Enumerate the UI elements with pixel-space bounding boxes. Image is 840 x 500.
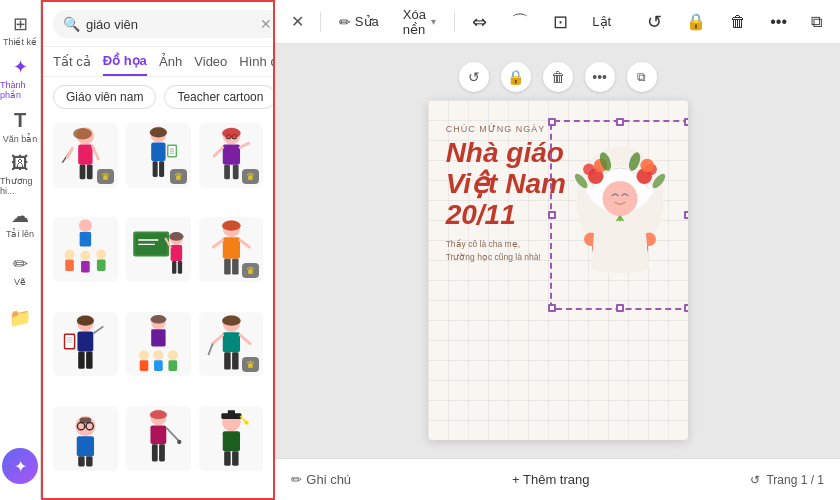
tag-teacher-cartoon[interactable]: Teacher cartoon bbox=[164, 85, 273, 109]
corner-button[interactable]: ⌒ bbox=[505, 6, 535, 38]
grid-item-10[interactable] bbox=[53, 406, 118, 471]
handle-ml[interactable] bbox=[548, 211, 556, 219]
handle-bl[interactable] bbox=[548, 304, 556, 312]
grid-item-4[interactable] bbox=[53, 217, 118, 282]
grid-item-6[interactable]: ♛ bbox=[199, 217, 264, 282]
more-ctrl-button[interactable]: ••• bbox=[585, 62, 615, 92]
sidebar-item-thanh-phan[interactable]: ✦ Thành phần bbox=[0, 56, 40, 100]
grid-item-9[interactable]: ♛ bbox=[199, 312, 264, 377]
search-input[interactable] bbox=[86, 17, 254, 32]
handle-tl[interactable] bbox=[548, 118, 556, 126]
svg-point-52 bbox=[222, 221, 241, 231]
delete-button[interactable]: 🗑 bbox=[724, 9, 752, 35]
sidebar-label-van-ban: Văn bản bbox=[3, 134, 38, 144]
rotate-button[interactable]: ↺ bbox=[641, 7, 668, 37]
chevron-icon: ▾ bbox=[431, 16, 436, 27]
svg-point-100 bbox=[244, 420, 248, 424]
copy-ctrl-button[interactable]: ⧉ bbox=[627, 62, 657, 92]
copy-button[interactable]: ⧉ bbox=[805, 9, 828, 35]
svg-point-72 bbox=[150, 314, 166, 323]
magic-button[interactable]: ✦ bbox=[2, 448, 38, 484]
close-button[interactable]: ✕ bbox=[287, 8, 308, 35]
svg-rect-16 bbox=[159, 161, 164, 177]
selected-image-element[interactable] bbox=[550, 120, 688, 310]
grid-item-3[interactable]: ♛ bbox=[199, 123, 264, 188]
handle-tm[interactable] bbox=[616, 118, 624, 126]
crown-badge-1: ♛ bbox=[97, 169, 114, 184]
sidebar-bottom: ✦ bbox=[2, 448, 38, 484]
svg-rect-35 bbox=[81, 261, 90, 273]
svg-rect-54 bbox=[77, 331, 93, 351]
grid-item-12[interactable] bbox=[199, 406, 264, 471]
grid-item-8[interactable] bbox=[126, 312, 191, 377]
sidebar-item-folder[interactable]: 📁 bbox=[0, 296, 40, 340]
crop-button[interactable]: ⊡ bbox=[547, 7, 574, 37]
ghi-chu-button[interactable]: ✏ Ghi chú bbox=[291, 472, 351, 487]
rotate-ctrl-button[interactable]: ↺ bbox=[459, 62, 489, 92]
sidebar-label-thiet-ke: Thiết kế bbox=[3, 37, 37, 47]
sidebar-item-van-ban[interactable]: T Văn bản bbox=[0, 104, 40, 148]
more-button[interactable]: ••• bbox=[764, 9, 793, 35]
grid-item-2[interactable]: ♛ bbox=[126, 123, 191, 188]
svg-rect-69 bbox=[154, 360, 163, 371]
grid-item-1[interactable]: ♛ bbox=[53, 123, 118, 188]
crown-badge-3: ♛ bbox=[242, 169, 259, 184]
crown-badge-9: ♛ bbox=[242, 357, 259, 372]
edit-button[interactable]: ✏ Sửa bbox=[333, 10, 385, 34]
sidebar-item-tai-len[interactable]: ☁ Tải lên bbox=[0, 200, 40, 244]
svg-rect-43 bbox=[172, 261, 176, 274]
refresh-icon[interactable]: ↺ bbox=[750, 473, 760, 487]
grid-item-11[interactable] bbox=[126, 406, 191, 471]
svg-rect-47 bbox=[222, 237, 239, 259]
search-clear-button[interactable]: ✕ bbox=[260, 16, 272, 32]
add-page-button[interactable]: + Thêm trang bbox=[512, 472, 589, 487]
lat-button[interactable]: Lật bbox=[586, 10, 617, 33]
folder-icon: 📁 bbox=[9, 307, 31, 329]
bottom-toolbar: ✏ Ghi chú + Thêm trang ↺ Trang 1 / 1 bbox=[275, 458, 840, 500]
handle-mr[interactable] bbox=[684, 211, 688, 219]
sidebar-item-ve[interactable]: ✏ Vẽ bbox=[0, 248, 40, 292]
sidebar-label-ve: Vẽ bbox=[14, 277, 26, 287]
sidebar-item-thuong-hieu[interactable]: 🖼 Thương hi... bbox=[0, 152, 40, 196]
svg-rect-86 bbox=[78, 456, 84, 466]
sidebar-label-tai-len: Tải lên bbox=[6, 229, 34, 239]
tab-hinh-dang[interactable]: Hình dạng bbox=[239, 54, 275, 75]
brand-icon: 🖼 bbox=[11, 153, 29, 174]
tab-anh[interactable]: Ảnh bbox=[159, 54, 182, 75]
canvas-controls-top: ↺ 🔒 🗑 ••• ⧉ bbox=[459, 62, 657, 92]
handle-tr[interactable] bbox=[684, 118, 688, 126]
svg-point-63 bbox=[77, 315, 94, 325]
grid-item-5[interactable] bbox=[126, 217, 191, 282]
svg-line-60 bbox=[93, 326, 103, 333]
handle-bm[interactable] bbox=[616, 304, 624, 312]
tab-tat-ca[interactable]: Tất cả bbox=[53, 54, 91, 75]
svg-line-49 bbox=[240, 240, 249, 247]
page-info: ↺ Trang 1 / 1 bbox=[750, 473, 824, 487]
note-icon: ✏ bbox=[291, 472, 302, 487]
flip-button[interactable]: ⇔ bbox=[466, 7, 493, 37]
svg-rect-44 bbox=[178, 261, 182, 274]
svg-rect-41 bbox=[170, 245, 182, 261]
sidebar-item-thiet-ke[interactable]: ⊞ Thiết kế bbox=[0, 8, 40, 52]
tag-giao-vien-nam[interactable]: Giáo viên nam bbox=[53, 85, 156, 109]
upload-icon: ☁ bbox=[11, 205, 29, 227]
sidebar-label-thanh-phan: Thành phần bbox=[0, 80, 40, 100]
lock-button[interactable]: 🔒 bbox=[680, 8, 712, 35]
svg-rect-85 bbox=[77, 436, 94, 456]
right-panel: ✕ ✏ Sửa Xóa nền ▾ ⇔ ⌒ ⊡ Lật ↺ 🔒 🗑 ••• ⧉ … bbox=[275, 0, 840, 500]
tab-do-hoa[interactable]: Đồ họa bbox=[103, 53, 147, 76]
design-card[interactable]: CHÚC MỪNG NGÀY Nhà giáo Việt Nam 20/11 T… bbox=[428, 100, 688, 440]
delete-ctrl-button[interactable]: 🗑 bbox=[543, 62, 573, 92]
remove-bg-button[interactable]: Xóa nền ▾ bbox=[397, 3, 442, 41]
search-input-wrap[interactable]: 🔍 ✕ bbox=[53, 10, 275, 38]
lock-ctrl-button[interactable]: 🔒 bbox=[501, 62, 531, 92]
canvas-wrapper: ↺ 🔒 🗑 ••• ⧉ CHÚC MỪNG NGÀY Nhà giáo Việt… bbox=[428, 62, 688, 440]
search-bar: 🔍 ✕ ⚙ bbox=[43, 2, 273, 47]
svg-rect-79 bbox=[232, 352, 238, 369]
handle-br[interactable] bbox=[684, 304, 688, 312]
svg-line-25 bbox=[214, 147, 223, 156]
grid-item-7[interactable] bbox=[53, 312, 118, 377]
tab-video[interactable]: Video bbox=[194, 54, 227, 75]
canvas-area: ↺ 🔒 🗑 ••• ⧉ CHÚC MỪNG NGÀY Nhà giáo Việt… bbox=[275, 44, 840, 458]
svg-point-95 bbox=[150, 410, 167, 419]
